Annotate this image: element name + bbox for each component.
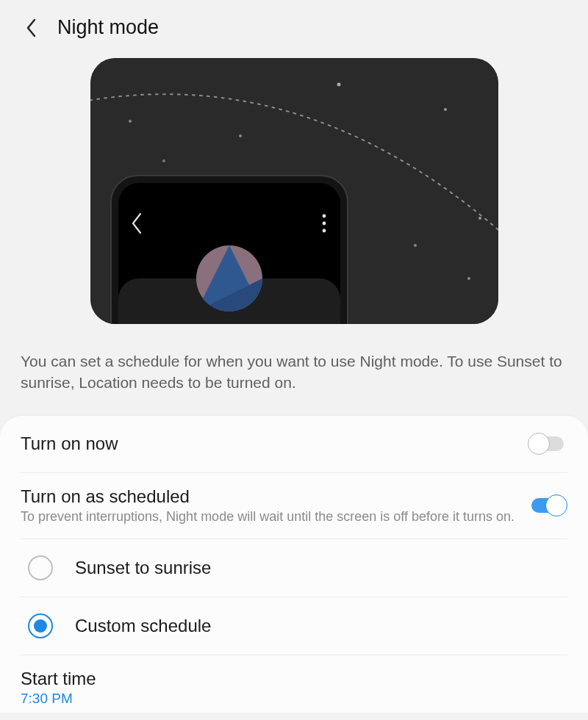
turn-on-now-label: Turn on now (21, 433, 514, 454)
radio-icon (28, 555, 53, 580)
back-icon[interactable] (22, 18, 41, 37)
start-time-row[interactable]: Start time 7:30 PM (21, 655, 567, 713)
svg-point-14 (322, 222, 326, 226)
radio-label: Custom schedule (75, 616, 211, 636)
svg-point-9 (467, 277, 470, 280)
illustration-container (0, 52, 588, 333)
turn-on-scheduled-label: Turn on as scheduled (21, 486, 514, 507)
turn-on-scheduled-switch[interactable] (528, 494, 567, 516)
turn-on-scheduled-subtitle: To prevent interruptions, Night mode wil… (21, 508, 514, 525)
svg-point-4 (239, 134, 242, 137)
svg-point-2 (129, 120, 132, 123)
radio-sunset-to-sunrise[interactable]: Sunset to sunrise (21, 539, 567, 597)
radio-icon (28, 613, 53, 638)
svg-point-15 (322, 229, 326, 233)
start-time-label: Start time (21, 669, 567, 689)
svg-point-5 (337, 83, 340, 87)
svg-point-3 (162, 159, 165, 162)
phone-overflow-icon (322, 215, 326, 233)
start-time-value: 7:30 PM (21, 691, 567, 707)
settings-panel: Turn on now Turn on as scheduled To prev… (0, 416, 588, 713)
radio-label: Sunset to sunrise (75, 558, 211, 578)
svg-point-13 (322, 215, 326, 218)
turn-on-now-row[interactable]: Turn on now (21, 416, 567, 473)
svg-point-8 (478, 217, 481, 220)
night-mode-illustration (90, 58, 498, 324)
page-title: Night mode (57, 16, 159, 39)
turn-on-now-switch[interactable] (528, 433, 567, 455)
description-text: You can set a schedule for when you want… (0, 333, 588, 416)
radio-custom-schedule[interactable]: Custom schedule (21, 597, 567, 655)
svg-point-6 (444, 108, 447, 111)
svg-point-7 (414, 244, 417, 247)
turn-on-scheduled-row[interactable]: Turn on as scheduled To prevent interrup… (21, 473, 567, 539)
header: Night mode (0, 0, 588, 52)
